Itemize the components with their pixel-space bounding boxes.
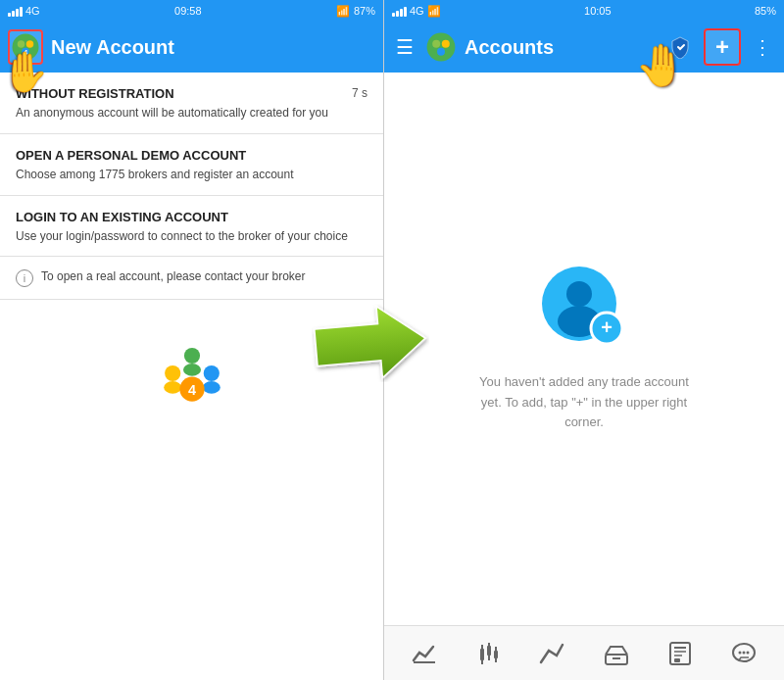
- svg-rect-25: [480, 649, 484, 660]
- right-time: 10:05: [584, 5, 612, 17]
- left-wifi-icon: 📶: [336, 5, 350, 18]
- nav-chart[interactable]: [400, 629, 449, 678]
- svg-rect-40: [674, 658, 680, 662]
- empty-state-icon: +: [540, 265, 628, 353]
- hamburger-button[interactable]: ☰: [392, 31, 417, 63]
- section2-heading: OPEN A PERSONAL DEMO ACCOUNT: [16, 148, 368, 163]
- signal-bars-right: [392, 5, 407, 17]
- info-icon: i: [16, 269, 33, 287]
- nav-history[interactable]: [527, 629, 576, 678]
- svg-point-10: [202, 381, 220, 394]
- app-logo-right: [425, 31, 457, 63]
- hand-cursor-right: 🤚: [635, 41, 686, 89]
- chat-icon: [731, 641, 757, 666]
- svg-point-15: [427, 33, 456, 62]
- svg-point-6: [183, 364, 201, 376]
- svg-marker-14: [314, 304, 427, 381]
- left-header: 4 New Account 🤚: [0, 22, 383, 73]
- signal-bars-left: [8, 5, 23, 17]
- add-account-button[interactable]: +: [704, 28, 741, 66]
- right-main-content: + You haven't added any trade account ye…: [384, 73, 784, 625]
- more-menu-button[interactable]: ⋮: [749, 31, 776, 63]
- section1-heading: WITHOUT REGISTRATION: [16, 86, 368, 101]
- add-person-icon: +: [540, 265, 628, 353]
- rbar2: [396, 11, 399, 17]
- svg-text:4: 4: [187, 382, 195, 398]
- demo-account-section[interactable]: OPEN A PERSONAL DEMO ACCOUNT Choose amon…: [0, 134, 383, 196]
- svg-point-20: [566, 281, 592, 307]
- left-battery: 87%: [354, 5, 375, 17]
- info-text: To open a real account, please contact y…: [41, 268, 306, 285]
- section3-heading: LOGIN TO AN EXISTING ACCOUNT: [16, 210, 368, 224]
- right-header: ☰ Accounts + ⋮ 🤚: [384, 22, 784, 73]
- right-battery: 85%: [755, 5, 776, 17]
- svg-point-43: [743, 651, 746, 654]
- section3-desc: Use your login/password to connect to th…: [16, 228, 368, 245]
- nav-inbox[interactable]: [592, 629, 641, 678]
- chart-icon: [412, 641, 437, 666]
- bottom-navigation: [384, 625, 784, 680]
- empty-state-text: You haven't added any trade account yet.…: [476, 372, 692, 433]
- section1-desc: An anonymous account will be automatical…: [16, 105, 368, 121]
- inbox-icon: [604, 641, 629, 666]
- candlestick-icon: [475, 641, 501, 666]
- svg-point-44: [747, 651, 750, 654]
- bar3: [16, 9, 19, 17]
- rbar4: [404, 7, 407, 17]
- nav-chat[interactable]: [719, 629, 768, 678]
- svg-point-5: [183, 348, 199, 364]
- rbar1: [392, 13, 395, 17]
- svg-point-18: [437, 48, 445, 56]
- right-status-right: 85%: [755, 5, 776, 17]
- svg-point-1: [18, 40, 25, 48]
- right-wifi-icon: 📶: [427, 5, 441, 18]
- svg-point-9: [203, 365, 219, 381]
- svg-point-7: [165, 365, 180, 381]
- left-status-right: 📶 87%: [336, 5, 375, 18]
- existing-account-section[interactable]: LOGIN TO AN EXISTING ACCOUNT Use your lo…: [0, 196, 383, 258]
- svg-point-2: [26, 40, 34, 48]
- nav-trade[interactable]: [464, 629, 513, 678]
- svg-rect-28: [487, 646, 491, 656]
- without-registration-section[interactable]: 7 s WITHOUT REGISTRATION An anonymous ac…: [0, 73, 383, 134]
- left-status-bar: 4G 09:58 📶 87%: [0, 0, 383, 22]
- svg-point-8: [164, 381, 181, 394]
- mt4-logo: 4: [148, 329, 236, 417]
- bar1: [8, 13, 11, 17]
- right-panel: 4G 📶 10:05 85% ☰ Accounts + ⋮: [384, 0, 784, 680]
- arrow-container: [312, 304, 429, 382]
- svg-text:+: +: [601, 316, 612, 338]
- info-row: i To open a real account, please contact…: [0, 257, 383, 300]
- left-signal: 4G: [8, 5, 40, 17]
- bar2: [12, 11, 15, 17]
- right-signal: 4G 📶: [392, 5, 441, 18]
- section1-title: 7 s WITHOUT REGISTRATION: [16, 86, 368, 101]
- nav-news[interactable]: [656, 629, 705, 678]
- svg-point-42: [739, 651, 742, 654]
- next-arrow: [312, 304, 429, 382]
- rbar3: [400, 9, 403, 17]
- left-network: 4G: [25, 5, 40, 17]
- svg-point-16: [432, 40, 440, 48]
- right-network: 4G: [410, 5, 424, 17]
- news-icon: [667, 641, 693, 666]
- hand-cursor-left: 🤚: [0, 49, 49, 95]
- section2-desc: Choose among 1775 brokers and register a…: [16, 167, 368, 183]
- trend-icon: [539, 641, 564, 666]
- bar4: [20, 7, 23, 17]
- left-header-title: New Account: [51, 36, 174, 59]
- svg-point-17: [442, 40, 450, 48]
- section1-badge: 7 s: [352, 86, 368, 100]
- right-status-bar: 4G 📶 10:05 85%: [384, 0, 784, 22]
- svg-rect-31: [494, 651, 498, 658]
- right-header-title: Accounts: [465, 36, 657, 59]
- left-time: 09:58: [174, 5, 202, 17]
